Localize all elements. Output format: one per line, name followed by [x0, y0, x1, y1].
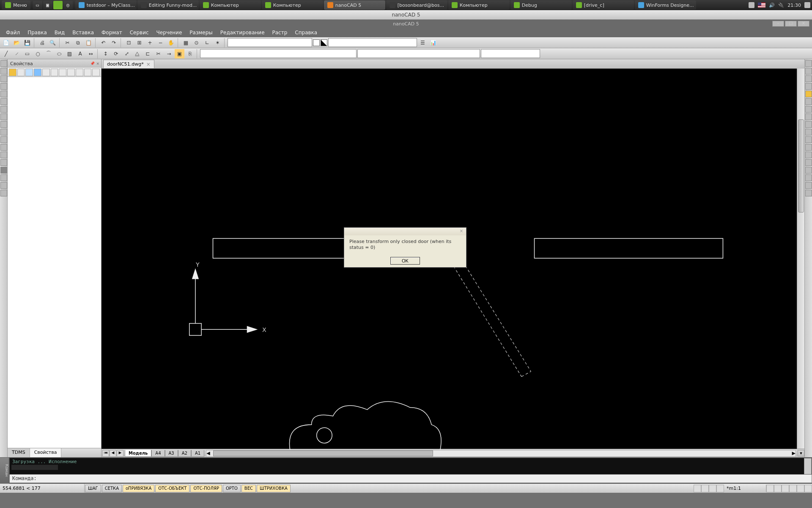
document-tab[interactable]: doorNC51.dwg* × [103, 60, 154, 68]
status-toggle[interactable]: оПРИВЯЗКА [123, 485, 154, 492]
ptool-8[interactable] [67, 69, 75, 76]
print-icon[interactable]: 🖨 [37, 38, 47, 47]
ptool-4[interactable] [34, 69, 41, 76]
polar-icon[interactable]: ✶ [213, 38, 222, 47]
ltool-16[interactable] [0, 174, 7, 181]
ltool-12[interactable] [0, 144, 7, 151]
rectangle-tool-icon[interactable]: ▭ [22, 49, 32, 58]
menu-item[interactable]: Растр [269, 28, 291, 37]
pan-icon[interactable]: ✋ [166, 38, 176, 47]
cmd-scrollbar[interactable] [804, 458, 812, 475]
ltool-11[interactable] [0, 136, 7, 143]
terminal-icon[interactable]: ▣ [43, 1, 52, 9]
user-icon[interactable] [749, 2, 754, 8]
rtool-2[interactable] [805, 68, 812, 75]
status-toggle[interactable]: ШТРИХОВКА [257, 485, 291, 492]
save-icon[interactable]: 💾 [22, 38, 32, 47]
volume-icon[interactable]: 🔊 [769, 3, 775, 8]
polyline-tool-icon[interactable]: ⟋ [12, 49, 22, 58]
ok-button[interactable]: OK [390, 257, 420, 265]
redo-icon[interactable]: ↷ [109, 38, 119, 47]
zoom-out-icon[interactable]: − [156, 38, 165, 47]
menu-item[interactable]: Формат [98, 28, 126, 37]
menu-item[interactable]: Сервис [126, 28, 152, 37]
status-ico-6[interactable] [774, 485, 782, 492]
rtool-14[interactable] [805, 159, 812, 166]
drawing-canvas[interactable]: Y X × Please transform only closed door … [102, 69, 804, 449]
circle-tool-icon[interactable]: ○ [33, 49, 43, 58]
layer-combo[interactable] [228, 38, 312, 47]
block-tool-icon[interactable]: ▣ [175, 49, 184, 58]
style-combo-3[interactable] [481, 49, 540, 58]
status-toggle[interactable]: ШАГ [85, 485, 101, 492]
preview-icon[interactable]: 🔍 [48, 38, 58, 47]
ptool-6[interactable] [51, 69, 58, 76]
taskbar-item[interactable]: testdoor – MyClass... [75, 0, 137, 10]
dialog-close-icon[interactable]: × [458, 229, 464, 235]
ltool-13[interactable] [0, 152, 7, 158]
tab-tdms[interactable]: TDMS [8, 448, 30, 457]
menu-item[interactable]: Правка [24, 28, 50, 37]
minimize-button[interactable]: – [772, 21, 784, 27]
rtool-5[interactable] [805, 91, 812, 97]
ellipse-tool-icon[interactable]: ⬭ [54, 49, 64, 58]
status-toggle[interactable]: ОТС-ОБЪЕКТ [155, 485, 189, 492]
ltool-4[interactable] [0, 83, 7, 90]
tab-properties[interactable]: Свойства [30, 448, 62, 457]
tray-menu-icon[interactable] [804, 2, 810, 8]
dialog-titlebar[interactable]: × [344, 228, 466, 235]
ptool-9[interactable] [76, 69, 83, 76]
copy-icon[interactable]: ⧉ [73, 38, 83, 47]
rtool-11[interactable] [805, 136, 812, 143]
ortho-icon[interactable]: ∟ [202, 38, 212, 47]
mirror-tool-icon[interactable]: ⧋ [132, 49, 142, 58]
scale-tool-icon[interactable]: ⤢ [122, 49, 132, 58]
trim-tool-icon[interactable]: ✂ [154, 49, 163, 58]
panel-pin-icon[interactable]: 📌 [90, 61, 95, 66]
snap-icon[interactable]: ⊙ [192, 38, 201, 47]
insert-tool-icon[interactable]: ⎘ [185, 49, 195, 58]
arc-tool-icon[interactable]: ⌒ [44, 49, 53, 58]
maximize-button[interactable]: □ [785, 21, 797, 27]
ltool-15[interactable] [0, 167, 7, 174]
ptool-3[interactable] [25, 69, 33, 76]
status-ico-9[interactable] [797, 485, 804, 492]
network-icon[interactable]: 🔌 [778, 3, 784, 8]
status-ico-7[interactable] [782, 485, 789, 492]
zoom-window-icon[interactable]: ⊡ [124, 38, 134, 47]
color-swatch-white[interactable] [313, 39, 320, 46]
open-file-icon[interactable]: 📂 [12, 38, 22, 47]
taskbar-item[interactable]: [bosonbeard@bos... [386, 0, 447, 10]
status-scale[interactable]: *m1:1 [724, 485, 766, 492]
canvas-horizontal-scrollbar[interactable]: ◀ ▶ [206, 450, 796, 457]
menu-item[interactable]: Редактирование [217, 28, 268, 37]
color-swatch-bw[interactable] [321, 39, 327, 46]
status-toggle[interactable]: ОРТО [223, 485, 241, 492]
taskbar-item[interactable]: Компьютер [200, 0, 261, 10]
taskbar-item[interactable]: WinForms Designe... [635, 0, 696, 10]
ltool-18[interactable] [0, 190, 7, 196]
menu-item[interactable]: Вид [51, 28, 68, 37]
ltool-6[interactable] [0, 98, 7, 105]
rtool-10[interactable] [805, 129, 812, 135]
new-file-icon[interactable]: 📄 [1, 38, 11, 47]
status-ico-10[interactable] [804, 485, 812, 492]
status-ico-8[interactable] [789, 485, 797, 492]
os-start-menu[interactable]: Меню [2, 0, 30, 10]
browser-icon[interactable]: ◎ [63, 1, 73, 9]
menu-item[interactable]: Размеры [186, 28, 216, 37]
offset-tool-icon[interactable]: ⊏ [143, 49, 153, 58]
rotate-tool-icon[interactable]: ⟳ [111, 49, 121, 58]
status-ico-4[interactable] [716, 485, 724, 492]
rtool-9[interactable] [805, 121, 812, 128]
ptool-7[interactable] [59, 69, 66, 76]
line-tool-icon[interactable]: ╱ [1, 49, 11, 58]
keyboard-layout-icon[interactable] [758, 3, 765, 8]
grid-icon[interactable]: ▦ [181, 38, 191, 47]
ltool-1[interactable] [0, 60, 7, 67]
taskbar-item[interactable]: Компьютер [262, 0, 323, 10]
rtool-12[interactable] [805, 144, 812, 151]
status-toggle[interactable]: ОТС-ПОЛЯР [190, 485, 222, 492]
rtool-7[interactable] [805, 106, 812, 113]
ltool-17[interactable] [0, 182, 7, 189]
